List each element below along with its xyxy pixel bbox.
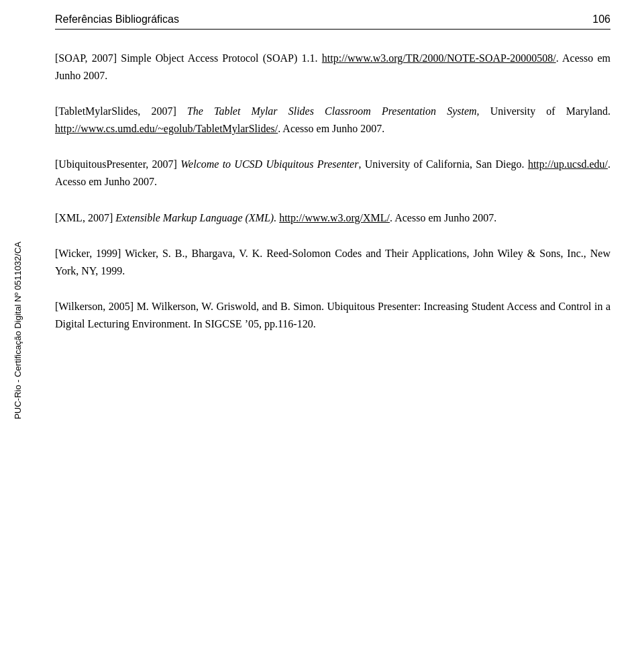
xml-title: Extensible Markup Language (XML).	[115, 212, 276, 223]
ubiquitouspresenter-title: Welcome to UCSD Ubiquitous Presenter	[180, 158, 358, 170]
sidebar: PUC-Rio - Certificação Digital Nº 051103…	[0, 0, 35, 661]
reference-tabletmylarslides: [TabletMylarSlides, 2007] The Tablet Myl…	[55, 103, 610, 137]
reference-ubiquitouspresenter: [UbiquitousPresenter, 2007] Welcome to U…	[55, 156, 610, 190]
soap-link[interactable]: http://www.w3.org/TR/2000/NOTE-SOAP-2000…	[322, 52, 556, 64]
sidebar-text: PUC-Rio - Certificação Digital Nº 051103…	[13, 242, 23, 419]
tabletmylarslides-link[interactable]: http://www.cs.umd.edu/~egolub/TabletMyla…	[55, 123, 278, 134]
ubiquitouspresenter-link[interactable]: http://up.ucsd.edu/	[528, 158, 608, 170]
header-title: Referências Bibliográficas	[55, 13, 179, 26]
header: Referências Bibliográficas 106	[55, 13, 610, 30]
reference-soap-text: [SOAP, 2007] Simple Object Access Protoc…	[55, 50, 610, 84]
reference-tabletmylarslides-text: [TabletMylarSlides, 2007] The Tablet Myl…	[55, 103, 610, 137]
tabletmylarslides-title: The Tablet Mylar Slides Classroom Presen…	[187, 105, 480, 117]
main-content: Referências Bibliográficas 106 [SOAP, 20…	[35, 0, 644, 661]
reference-soap: [SOAP, 2007] Simple Object Access Protoc…	[55, 50, 610, 84]
page-number: 106	[592, 13, 610, 26]
xml-link[interactable]: http://www.w3.org/XML/	[279, 212, 390, 223]
reference-wicker-text: [Wicker, 1999] Wicker, S. B., Bhargava, …	[55, 245, 610, 279]
reference-xml: [XML, 2007] Extensible Markup Language (…	[55, 209, 610, 227]
reference-wicker: [Wicker, 1999] Wicker, S. B., Bhargava, …	[55, 245, 610, 279]
reference-wilkerson: [Wilkerson, 2005] M. Wilkerson, W. Grisw…	[55, 298, 610, 332]
reference-xml-text: [XML, 2007] Extensible Markup Language (…	[55, 209, 610, 227]
reference-ubiquitouspresenter-text: [UbiquitousPresenter, 2007] Welcome to U…	[55, 156, 610, 190]
reference-wilkerson-text: [Wilkerson, 2005] M. Wilkerson, W. Grisw…	[55, 298, 610, 332]
